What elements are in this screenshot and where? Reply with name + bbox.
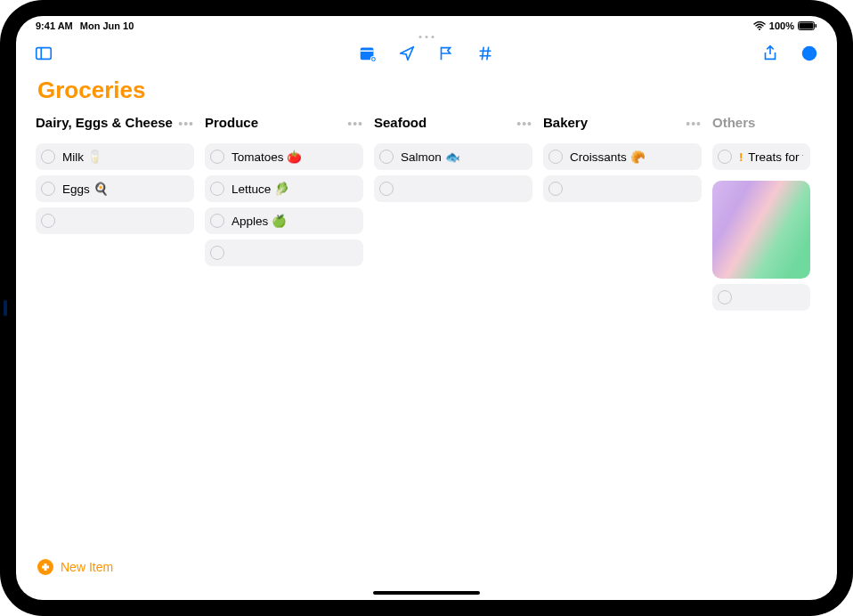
items-list: Croissants 🥐 <box>543 143 702 202</box>
flag-icon[interactable] <box>436 44 456 63</box>
complete-circle[interactable] <box>548 182 563 196</box>
home-indicator[interactable] <box>373 591 480 595</box>
reminder-item[interactable]: Milk 🥛 <box>36 143 194 170</box>
plus-circle-icon <box>37 559 53 575</box>
reminder-item[interactable]: Salmon 🐟 <box>374 143 532 170</box>
complete-circle[interactable] <box>210 182 224 196</box>
section-title: Seafood <box>374 115 426 131</box>
section-column: Bakery•••Croissants 🥐 <box>543 115 702 202</box>
share-icon[interactable] <box>760 44 780 63</box>
empty-reminder-slot[interactable] <box>205 239 363 266</box>
complete-circle[interactable] <box>41 150 55 164</box>
columns-container: Dairy, Eggs & Cheese•••Milk 🥛Eggs 🍳Produ… <box>16 115 837 600</box>
complete-circle[interactable] <box>41 182 55 196</box>
reminder-label: Apples 🍏 <box>232 214 287 228</box>
side-app-indicator <box>4 300 7 316</box>
svg-line-14 <box>482 47 483 61</box>
reminder-item[interactable]: Tomatoes 🍅 <box>205 143 363 170</box>
svg-rect-3 <box>816 24 817 28</box>
hashtag-icon[interactable] <box>475 44 495 63</box>
reminder-item[interactable]: Eggs 🍳 <box>36 175 194 202</box>
complete-circle[interactable] <box>210 150 224 164</box>
reminder-item[interactable]: Croissants 🥐 <box>543 143 702 170</box>
priority-marker: ! <box>739 150 746 164</box>
reminder-label: Tomatoes 🍅 <box>232 150 302 164</box>
svg-point-0 <box>759 28 760 30</box>
reminder-label: Croissants 🥐 <box>570 150 646 164</box>
battery-icon <box>798 21 817 30</box>
items-list: ! Treats for t <box>712 143 810 311</box>
complete-circle[interactable] <box>718 150 732 164</box>
section-more-icon[interactable]: ••• <box>686 115 702 131</box>
calendar-add-icon[interactable] <box>358 44 378 63</box>
location-icon[interactable] <box>397 44 417 63</box>
section-column: Dairy, Eggs & Cheese•••Milk 🥛Eggs 🍳 <box>36 115 194 234</box>
section-title: Others <box>712 115 755 131</box>
section-column: Produce•••Tomatoes 🍅Lettuce 🥬Apples 🍏 <box>205 115 363 266</box>
section-title: Dairy, Eggs & Cheese <box>36 115 173 131</box>
reminder-label: Salmon 🐟 <box>401 150 460 164</box>
new-item-button[interactable]: New Item <box>37 559 113 575</box>
section-more-icon[interactable]: ••• <box>516 115 532 131</box>
section-header: Others <box>712 115 810 136</box>
sidebar-toggle-icon[interactable] <box>34 44 53 63</box>
svg-point-17 <box>805 53 807 54</box>
svg-point-18 <box>808 53 810 54</box>
complete-circle[interactable] <box>379 150 394 164</box>
toolbar <box>16 36 837 71</box>
complete-circle[interactable] <box>41 214 55 228</box>
reminder-item[interactable]: Lettuce 🥬 <box>205 175 363 202</box>
reminder-attachment-image[interactable] <box>712 181 810 279</box>
status-bar: 9:41 AM Mon Jun 10 100% <box>16 16 837 36</box>
reminder-label: Eggs 🍳 <box>62 182 109 196</box>
more-icon[interactable] <box>800 44 819 63</box>
svg-rect-4 <box>37 48 52 60</box>
complete-circle[interactable] <box>210 246 224 260</box>
svg-line-15 <box>487 47 489 61</box>
complete-circle[interactable] <box>548 150 563 164</box>
items-list: Salmon 🐟 <box>374 143 532 202</box>
section-column: Others! Treats for t <box>712 115 810 311</box>
wifi-icon <box>753 21 766 30</box>
new-item-label: New Item <box>61 560 113 574</box>
reminder-item[interactable]: ! Treats for t <box>712 143 810 170</box>
reminder-item[interactable]: Apples 🍏 <box>205 207 363 234</box>
reminder-label: Lettuce 🥬 <box>232 182 289 196</box>
empty-reminder-slot[interactable] <box>374 175 532 202</box>
status-date: Mon Jun 10 <box>80 20 134 31</box>
empty-reminder-slot[interactable] <box>712 284 810 311</box>
section-header: Bakery••• <box>543 115 702 136</box>
section-more-icon[interactable]: ••• <box>347 115 363 131</box>
section-header: Produce••• <box>205 115 363 136</box>
complete-circle[interactable] <box>718 290 732 304</box>
section-title: Bakery <box>543 115 588 131</box>
items-list: Milk 🥛Eggs 🍳 <box>36 143 194 234</box>
items-list: Tomatoes 🍅Lettuce 🥬Apples 🍏 <box>205 143 363 266</box>
section-more-icon[interactable]: ••• <box>178 115 194 131</box>
status-time: 9:41 AM <box>36 20 73 31</box>
section-header: Dairy, Eggs & Cheese••• <box>36 115 194 136</box>
reminder-label: ! Treats for t <box>739 150 803 164</box>
svg-rect-2 <box>800 23 814 29</box>
complete-circle[interactable] <box>210 214 224 228</box>
empty-reminder-slot[interactable] <box>543 175 702 202</box>
section-column: Seafood•••Salmon 🐟 <box>374 115 532 202</box>
empty-reminder-slot[interactable] <box>36 207 194 234</box>
status-battery-percent: 100% <box>769 20 794 31</box>
section-header: Seafood••• <box>374 115 532 136</box>
section-title: Produce <box>205 115 258 131</box>
list-title: Groceries <box>16 71 837 115</box>
reminder-label: Milk 🥛 <box>62 150 102 164</box>
svg-point-19 <box>812 53 814 54</box>
complete-circle[interactable] <box>379 182 394 196</box>
